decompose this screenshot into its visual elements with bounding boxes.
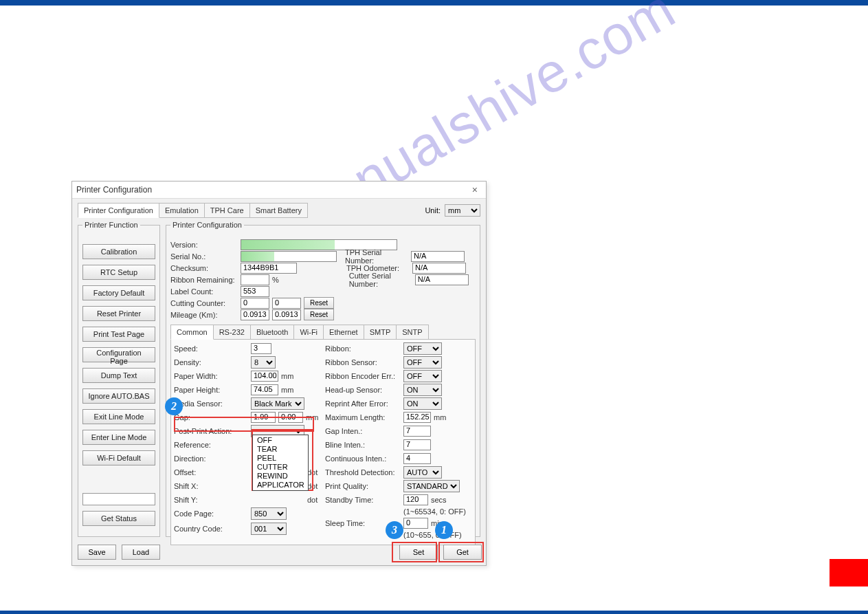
paper-width-label: Paper Width:: [174, 372, 248, 380]
subtab-common[interactable]: Common: [170, 325, 214, 340]
max-length-label: Maximum Length:: [325, 413, 401, 421]
serial-no-label: Serial No.:: [170, 252, 238, 261]
option-applicator[interactable]: APPLICATOR: [253, 481, 308, 490]
shift-x-label: Shift X:: [174, 482, 248, 490]
save-button[interactable]: Save: [78, 545, 116, 560]
unit-select[interactable]: mm: [445, 204, 480, 217]
label-count-label: Label Count:: [170, 287, 238, 296]
post-print-action-dropdown[interactable]: OFF TEAR PEEL CUTTER REWIND APPLICATOR: [252, 435, 309, 491]
sub-tabs: Common RS-232 Bluetooth Wi-Fi Ethernet S…: [170, 325, 476, 340]
threshold-detection-select[interactable]: AUTO: [403, 466, 442, 479]
ignore-autobas-button[interactable]: Ignore AUTO.BAS: [82, 388, 155, 404]
subtab-sntp[interactable]: SNTP: [396, 325, 428, 340]
shift-x-unit: dot: [307, 482, 318, 490]
gap-b-field[interactable]: 0.00: [278, 412, 303, 423]
status-input[interactable]: [82, 493, 155, 505]
subtab-ethernet[interactable]: Ethernet: [323, 325, 364, 340]
checksum-label: Checksum:: [170, 264, 238, 272]
speed-field[interactable]: 3: [251, 343, 271, 354]
max-length-unit: mm: [434, 413, 446, 421]
dump-text-button[interactable]: Dump Text: [82, 368, 155, 383]
shift-y-label: Shift Y:: [174, 496, 248, 504]
ribbon-select[interactable]: OFF: [403, 342, 442, 355]
ribbon-sensor-select[interactable]: OFF: [403, 356, 442, 369]
mileage-reset-button[interactable]: Reset: [304, 309, 334, 320]
ribbon-encoder-label: Ribbon Encoder Err.:: [325, 372, 401, 380]
subtab-wifi[interactable]: Wi-Fi: [293, 325, 324, 340]
version-label: Version:: [170, 241, 238, 249]
gap-unit: mm: [306, 413, 318, 421]
mileage-a-field[interactable]: 0.0913: [241, 309, 269, 320]
set-button[interactable]: Set: [399, 545, 438, 560]
sleep-time-field[interactable]: 0: [403, 518, 428, 529]
print-quality-label: Print Quality:: [325, 482, 401, 490]
wifi-default-button[interactable]: Wi-Fi Default: [82, 450, 155, 465]
ribbon-remaining-field[interactable]: [241, 274, 269, 285]
reprint-after-error-select[interactable]: ON: [403, 397, 442, 410]
get-button[interactable]: Get: [443, 545, 482, 560]
density-select[interactable]: 8: [251, 356, 276, 369]
subtab-bluetooth[interactable]: Bluetooth: [250, 325, 294, 340]
tab-emulation[interactable]: Emulation: [159, 203, 205, 218]
label-count-field[interactable]: 553: [241, 286, 269, 297]
tab-printer-configuration[interactable]: Printer Configuration: [78, 203, 159, 218]
reset-printer-button[interactable]: Reset Printer: [82, 306, 155, 321]
tph-odo-field[interactable]: N/A: [412, 263, 466, 274]
headup-sensor-select[interactable]: ON: [403, 384, 442, 396]
cutting-counter-a-field[interactable]: 0: [241, 298, 269, 309]
offset-label: Offset:: [174, 468, 248, 476]
paper-height-unit: mm: [281, 386, 293, 394]
country-code-select[interactable]: 001: [251, 523, 287, 535]
cutting-reset-button[interactable]: Reset: [304, 297, 334, 309]
checksum-field[interactable]: 1344B9B1: [241, 263, 297, 274]
gap-a-field[interactable]: 1.99: [251, 412, 276, 423]
rtc-setup-button[interactable]: RTC Setup: [82, 265, 155, 280]
exit-line-mode-button[interactable]: Exit Line Mode: [82, 409, 155, 424]
dialog-titlebar[interactable]: Printer Configuration ×: [72, 182, 486, 199]
ribbon-encoder-select[interactable]: OFF: [403, 370, 442, 382]
configuration-page-button[interactable]: Configuration Page: [82, 347, 155, 362]
callout-circle-3: 3: [386, 521, 403, 539]
option-peel[interactable]: PEEL: [253, 454, 308, 463]
tab-tph-care[interactable]: TPH Care: [204, 203, 250, 218]
subtab-rs232[interactable]: RS-232: [213, 325, 251, 340]
dialog-title: Printer Configuration: [76, 185, 152, 195]
printer-configuration-legend: Printer Configuration: [170, 221, 244, 229]
gap-inten-field[interactable]: 7: [403, 426, 431, 437]
bottom-button-row: Save Load Set Get: [78, 545, 482, 560]
load-button[interactable]: Load: [122, 545, 160, 560]
print-test-page-button[interactable]: Print Test Page: [82, 327, 155, 342]
cutter-serial-field[interactable]: N/A: [415, 274, 469, 285]
direction-label: Direction:: [174, 454, 248, 463]
code-page-select[interactable]: 850: [251, 507, 287, 520]
option-tear[interactable]: TEAR: [253, 445, 308, 454]
bline-inten-field[interactable]: 7: [403, 439, 431, 450]
standby-unit: secs: [431, 496, 447, 504]
print-quality-select[interactable]: STANDARD: [403, 480, 460, 492]
option-cutter[interactable]: CUTTER: [253, 463, 308, 472]
media-sensor-select[interactable]: Black Mark: [251, 397, 304, 410]
paper-height-field[interactable]: 74.05: [251, 384, 278, 395]
cutting-counter-b-field[interactable]: 0: [272, 298, 301, 309]
offset-unit: dot: [307, 468, 318, 476]
media-sensor-label: Media Sensor:: [174, 399, 248, 408]
mileage-b-field[interactable]: 0.0913: [272, 309, 301, 320]
tab-smart-battery[interactable]: Smart Battery: [249, 203, 308, 218]
continuous-inten-field[interactable]: 4: [403, 453, 431, 464]
standby-time-field[interactable]: 120: [403, 494, 428, 505]
option-rewind[interactable]: REWIND: [253, 472, 308, 481]
paper-width-field[interactable]: 104.00: [251, 371, 278, 382]
get-status-button[interactable]: Get Status: [82, 511, 155, 526]
tph-serial-field[interactable]: N/A: [411, 251, 465, 262]
close-icon[interactable]: ×: [468, 184, 482, 195]
option-off[interactable]: OFF: [253, 436, 308, 445]
max-length-field[interactable]: 152.25: [403, 412, 431, 423]
unit-label: Unit:: [425, 206, 441, 215]
paper-width-unit: mm: [281, 372, 293, 380]
sleep-hint: (10~655, 0: OFF): [403, 531, 462, 539]
subtab-smtp[interactable]: SMTP: [364, 325, 397, 340]
factory-default-button[interactable]: Factory Default: [82, 285, 155, 300]
calibration-button[interactable]: Calibration: [82, 244, 155, 259]
serial-no-field[interactable]: [241, 251, 337, 262]
enter-line-mode-button[interactable]: Enter Line Mode: [82, 430, 155, 445]
